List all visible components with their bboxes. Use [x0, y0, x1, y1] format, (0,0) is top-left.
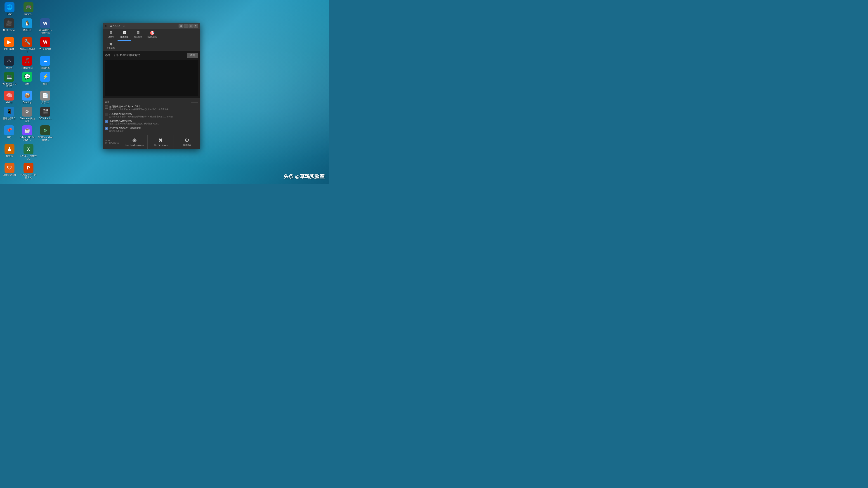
desktop-icon-cpucores[interactable]: ⚙ CPUCores Maximiz...: [37, 125, 54, 142]
watermark: 头条 @草鸡实验室: [283, 173, 324, 180]
action-bar: v1.9.9 关于CPUCores ✳ Start Random Game ✖ …: [103, 135, 200, 149]
version-number: v1.9.9: [105, 139, 119, 142]
title-bar: ⚙ CPUCORES ⧉ ─ □ ✕: [103, 23, 200, 29]
desktop-icon-powerpoint[interactable]: P POWERPNT 快捷方式: [20, 162, 37, 180]
checkbox-text-1: 禁用超线程 (AMD Ryzen CPU) 强制游戏以混分配的CPU内核以及无H…: [110, 105, 198, 111]
desktop-icon-eclipse[interactable]: ☕ Eclipse IDE for Java ...: [19, 125, 36, 142]
settings-collapse-icon: ═══: [191, 100, 198, 104]
desktop-icon-baidu-disk[interactable]: ☁ 百度网盘: [37, 55, 54, 70]
desktop-icon-piaoyutang[interactable]: ♟ 飘游棋: [0, 143, 19, 158]
app-icon: ⚙: [105, 24, 108, 28]
desktop-icon-bianjitools[interactable]: 🔧 图叽工具箱2021: [19, 36, 36, 54]
desktop-icon-steam[interactable]: ♨ Steam: [0, 55, 18, 70]
tab-auto-detect[interactable]: 🖥 自动检测: [131, 29, 145, 41]
advanced-label: 高级设置: [183, 144, 191, 147]
stop-label: 停止CPUCores: [154, 144, 167, 147]
desktop-icon-xmind[interactable]: 🧠 XMind: [0, 90, 18, 105]
tab-auto-detect-icon: 🖥: [136, 31, 140, 35]
checkbox-isolate-os[interactable]: 对你的操作系统进行隔离和限制 默认情况下选中。: [105, 127, 198, 132]
desktop-icon-txt[interactable]: 📄 文字.txt: [37, 90, 54, 105]
checkbox-disable-hyperthreading[interactable]: 禁用超线程 (AMD Ryzen CPU) 强制游戏以混分配的CPU内核以及无H…: [105, 105, 198, 111]
settings-title-bar: 设置 ═══: [105, 100, 198, 104]
desktop-icon-edge[interactable]: 🌐 Edge: [0, 1, 19, 17]
advanced-icon: ⚙: [184, 137, 189, 143]
checkbox-run-in-cores[interactable]: 只在指定内核运行游戏 默认情况下不选中。如果要启动单线程或CPU使用最小的游戏，…: [105, 112, 198, 118]
window-close-button[interactable]: ✕: [193, 24, 198, 28]
start-random-label: Start Random Game: [125, 144, 144, 147]
desktop-icon-potplayer[interactable]: ▶ PotPlayer: [0, 36, 18, 51]
desktop-icon-obs2[interactable]: 🎬 OBS-Studi...: [37, 106, 54, 121]
stop-cpucores-button[interactable]: ✖ 停止CPUCores: [147, 135, 174, 149]
window-snap-button[interactable]: ⧉: [179, 24, 183, 28]
desktop-icon-qq[interactable]: 🐧 腾讯QQ: [19, 18, 36, 33]
checkbox-high-priority[interactable]: 以更高优先级启动游戏 给游戏指定一个更高的处理器优先级。默认情况下启用。: [105, 119, 198, 125]
desktop-icon-techpowerup[interactable]: 💻 TechPower... GPU-Z: [0, 71, 18, 89]
checkbox-box-1[interactable]: [105, 105, 108, 109]
tab-other-games-icon: 🖥: [122, 31, 126, 35]
settings-title: 设置: [105, 100, 110, 103]
desktop-icon-huochejian[interactable]: 🛡 火绒安全软件: [0, 162, 19, 177]
desktop-icon-excel[interactable]: X EXCEL - 快捷方式: [20, 143, 37, 161]
tab-more-icon: ✖: [109, 42, 113, 47]
content-header: 选择一个非Steam应用或游戏 浏览: [105, 53, 198, 58]
tab-bar-row1: 🖥 Steam 🖥 其他游戏 🖥 自动检测 🎯 游戏头检测: [103, 29, 200, 41]
window-title: CPUCORES: [110, 24, 179, 28]
checkbox-text-2: 只在指定内核运行游戏 默认情况下不选中。如果要启动单线程或CPU使用最小的游戏，…: [110, 112, 198, 118]
desktop-icon-netease-music[interactable]: 🎵 网易云音乐: [19, 55, 36, 70]
desktop-icon-xunlei[interactable]: ⚡ 迅雷: [37, 71, 54, 86]
checkbox-text-4: 对你的操作系统进行隔离和限制 默认情况下选中。: [110, 127, 198, 132]
select-label: 选择一个非Steam应用或游戏: [105, 53, 140, 57]
desktop-icon-obs[interactable]: 🎥 OBS Studio: [0, 18, 18, 33]
tab-more[interactable]: ✖ 更多菜单: [104, 41, 118, 51]
cpucores-window: ⚙ CPUCORES ⧉ ─ □ ✕ 🖥 Steam 🖥 其他游戏 🖥 自动检测…: [103, 23, 200, 149]
advanced-settings-button[interactable]: ⚙ 高级设置: [174, 135, 200, 149]
desktop-icon-winword[interactable]: W WINWORD - 快捷方式: [37, 18, 54, 35]
about-label: 关于CPUCores: [105, 142, 119, 144]
content-area: 选择一个非Steam应用或游戏 浏览: [103, 51, 200, 98]
desktop-icon-dingding[interactable]: 📌 钉钉: [0, 125, 18, 140]
tab-more-label: 更多菜单: [107, 47, 115, 50]
desktop-icon-wechat[interactable]: 💬 微信: [19, 71, 36, 86]
tab-game-detect-icon: 🎯: [150, 31, 155, 35]
desktop-icon-games[interactable]: 🎮 Games...: [20, 1, 37, 17]
checkbox-box-3[interactable]: [105, 120, 108, 123]
tab-steam[interactable]: 🖥 Steam: [104, 29, 118, 41]
browse-button[interactable]: 浏览: [187, 53, 198, 58]
checkbox-box-4[interactable]: [105, 127, 108, 130]
tab-bar-row2: ✖ 更多菜单: [103, 41, 200, 51]
desktop-icon-aisou[interactable]: 📱 爱思助手7.0: [0, 106, 18, 121]
stop-icon: ✖: [158, 137, 163, 143]
checkbox-box-2[interactable]: [105, 113, 108, 116]
start-random-icon: ✳: [132, 137, 137, 144]
window-minimize-button[interactable]: ─: [184, 24, 188, 28]
start-random-game-button[interactable]: ✳ Start Random Game: [121, 135, 147, 149]
settings-area: 设置 ═══ 禁用超线程 (AMD Ryzen CPU) 强制游戏以混分配的CP…: [103, 98, 200, 135]
desktop-icon-wps[interactable]: W WPS Office: [37, 36, 54, 51]
window-maximize-button[interactable]: □: [188, 24, 193, 28]
tab-steam-icon: 🖥: [109, 31, 113, 35]
desktop-icon-bandizip[interactable]: 📦 Bandizip: [19, 90, 36, 105]
desktop-icon-clientexe[interactable]: ⚙ Client.exe 快捷方式: [19, 106, 36, 124]
tab-other-games[interactable]: 🖥 其他游戏: [118, 29, 131, 41]
checkbox-text-3: 以更高优先级启动游戏 给游戏指定一个更高的处理器优先级。默认情况下启用。: [110, 119, 198, 125]
tab-game-detect[interactable]: 🎯 游戏头检测: [145, 29, 159, 41]
version-info: v1.9.9 关于CPUCores: [103, 135, 121, 149]
window-controls: ⧉ ─ □ ✕: [179, 24, 198, 28]
game-list-area: [105, 60, 198, 96]
watermark-text: 头条 @草鸡实验室: [283, 173, 324, 179]
desktop-icons-area: 🌐 Edge 🎮 Games... 🎥 OBS Studio 🐧 腾讯QQ W …: [0, 0, 54, 184]
